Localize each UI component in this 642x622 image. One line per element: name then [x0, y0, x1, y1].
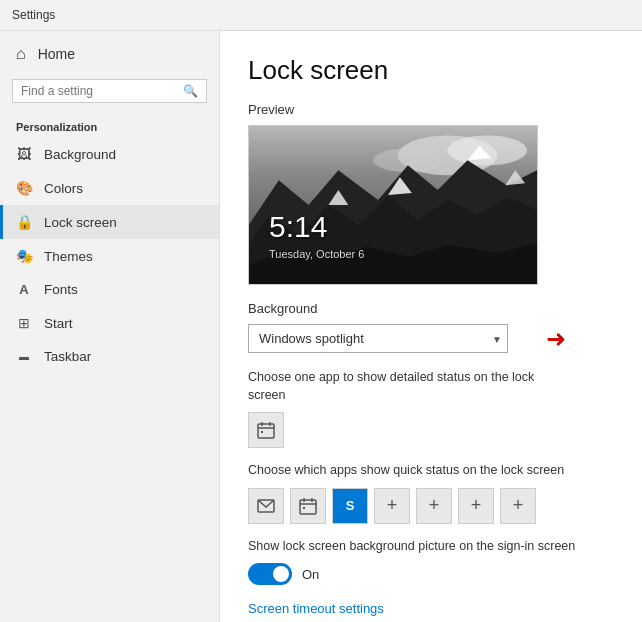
sidebar-fonts-label: Fonts: [44, 282, 78, 297]
sidebar-item-themes[interactable]: 🎭 Themes: [0, 239, 219, 273]
sidebar-lock-screen-label: Lock screen: [44, 215, 117, 230]
calendar-quick-btn[interactable]: [290, 488, 326, 524]
svg-rect-21: [303, 507, 305, 509]
background-dropdown-wrapper: Windows spotlight Picture Slideshow ▼ ➜: [248, 324, 538, 353]
toggle-row: On: [248, 563, 614, 585]
svg-rect-15: [261, 431, 263, 433]
calendar-app-btn[interactable]: [248, 412, 284, 448]
mountain-svg: [249, 126, 537, 284]
detailed-status-section: Choose one app to show detailed status o…: [248, 369, 614, 448]
preview-image: 5:14 Tuesday, October 6: [248, 125, 538, 285]
sidebar-themes-label: Themes: [44, 249, 93, 264]
background-section: Background Windows spotlight Picture Sli…: [248, 301, 614, 353]
sidebar-home-label: Home: [38, 46, 75, 62]
background-icon: 🖼: [16, 146, 32, 162]
toggle-state-label: On: [302, 567, 319, 582]
start-icon: ⊞: [16, 315, 32, 331]
fonts-icon: A: [16, 282, 32, 297]
sidebar-item-start[interactable]: ⊞ Start: [0, 306, 219, 340]
search-input[interactable]: [21, 84, 183, 98]
svg-point-2: [448, 135, 527, 165]
preview-date: Tuesday, October 6: [269, 248, 364, 260]
mail-app-btn[interactable]: [248, 488, 284, 524]
plus-icon-3: +: [471, 495, 482, 516]
lock-screen-icon: 🔒: [16, 214, 32, 230]
preview-time: 5:14: [269, 210, 327, 244]
svg-rect-17: [300, 500, 316, 514]
sidebar-item-taskbar[interactable]: ▬ Taskbar: [0, 340, 219, 373]
quick-status-icons: S + + + +: [248, 488, 614, 524]
background-label: Background: [248, 301, 614, 316]
search-icon: 🔍: [183, 84, 198, 98]
sidebar: ⌂ Home 🔍 Personalization 🖼 Background 🎨 …: [0, 31, 220, 622]
sidebar-start-label: Start: [44, 316, 73, 331]
sidebar-item-lock-screen[interactable]: 🔒 Lock screen: [0, 205, 219, 239]
mail-icon: [257, 499, 275, 513]
sidebar-item-fonts[interactable]: A Fonts: [0, 273, 219, 306]
page-title: Lock screen: [248, 55, 614, 86]
signin-bg-toggle[interactable]: [248, 563, 292, 585]
add-app-btn-4[interactable]: +: [500, 488, 536, 524]
detailed-status-icons: [248, 412, 614, 448]
sidebar-item-background[interactable]: 🖼 Background: [0, 137, 219, 171]
search-box[interactable]: 🔍: [12, 79, 207, 103]
sidebar-section-title: Personalization: [0, 113, 219, 137]
plus-icon-1: +: [387, 495, 398, 516]
colors-icon: 🎨: [16, 180, 32, 196]
detailed-status-label: Choose one app to show detailed status o…: [248, 369, 568, 404]
title-bar: Settings: [0, 0, 642, 31]
sidebar-item-home[interactable]: ⌂ Home: [0, 35, 219, 73]
sidebar-background-label: Background: [44, 147, 116, 162]
sidebar-item-colors[interactable]: 🎨 Colors: [0, 171, 219, 205]
add-app-btn-2[interactable]: +: [416, 488, 452, 524]
preview-label: Preview: [248, 102, 614, 117]
taskbar-icon: ▬: [16, 351, 32, 362]
calendar-quick-icon: [299, 497, 317, 515]
red-arrow-indicator: ➜: [546, 325, 566, 353]
skype-app-btn[interactable]: S: [332, 488, 368, 524]
plus-icon-4: +: [513, 495, 524, 516]
themes-icon: 🎭: [16, 248, 32, 264]
toggle-section: Show lock screen background picture on t…: [248, 538, 614, 586]
background-dropdown[interactable]: Windows spotlight Picture Slideshow: [248, 324, 508, 353]
svg-rect-11: [258, 424, 274, 438]
add-app-btn-3[interactable]: +: [458, 488, 494, 524]
signin-bg-label: Show lock screen background picture on t…: [248, 538, 588, 556]
plus-icon-2: +: [429, 495, 440, 516]
main-content: Lock screen Preview: [220, 31, 642, 622]
screen-timeout-link[interactable]: Screen timeout settings: [248, 601, 384, 616]
skype-label: S: [346, 498, 355, 513]
calendar-icon: [257, 421, 275, 439]
sidebar-colors-label: Colors: [44, 181, 83, 196]
toggle-knob: [273, 566, 289, 582]
home-icon: ⌂: [16, 45, 26, 63]
sidebar-taskbar-label: Taskbar: [44, 349, 91, 364]
app-container: ⌂ Home 🔍 Personalization 🖼 Background 🎨 …: [0, 31, 642, 622]
quick-status-section: Choose which apps show quick status on t…: [248, 462, 614, 524]
add-app-btn-1[interactable]: +: [374, 488, 410, 524]
quick-status-label: Choose which apps show quick status on t…: [248, 462, 568, 480]
app-title: Settings: [12, 8, 55, 22]
